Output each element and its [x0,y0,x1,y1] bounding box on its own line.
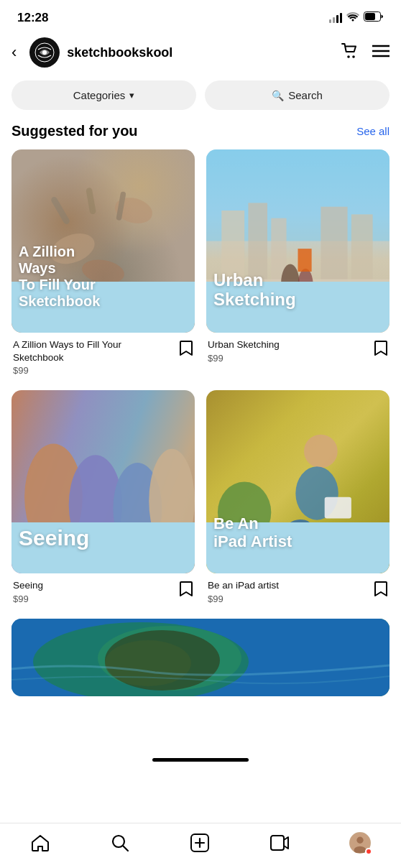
channel-name: sketchbookskool [67,45,333,60]
search-label: Search [288,89,323,101]
svg-rect-13 [86,188,96,215]
search-icon: 🔍 [272,90,284,101]
nav-search[interactable] [110,833,130,853]
see-all-link[interactable]: See all [356,125,390,137]
svg-point-42 [105,640,191,686]
bottom-nav [0,823,401,868]
svg-line-44 [123,846,128,851]
course-card-2[interactable]: UrbanSketching Urban Sketching $99 [206,149,390,379]
menu-icon[interactable] [372,45,390,60]
course-text-3: Seeing $99 [13,579,43,604]
bookmark-button-1[interactable] [179,340,193,360]
course-info-4: Be an iPad artist $99 [206,573,390,607]
back-button[interactable]: ‹ [11,40,22,65]
svg-rect-1 [365,13,375,20]
filter-bar: Categories ▾ 🔍 Search [0,73,401,120]
course-card-1[interactable]: A ZillionWaysTo Fill YourSketchbook A Zi… [11,149,195,379]
course-grid: A ZillionWaysTo Fill YourSketchbook A Zi… [0,149,401,607]
course-name-1: A Zillion Ways to Fill YourSketchbook [13,338,121,364]
header: ‹ sketchbookskool [0,32,401,73]
course-text-2: Urban Sketching $99 [208,338,280,364]
bookmark-button-4[interactable] [374,581,388,601]
svg-point-4 [347,55,350,58]
status-bar: 12:28 [0,0,401,32]
header-actions [341,42,390,63]
course-price-3: $99 [13,594,43,604]
home-indicator [152,758,249,762]
course-price-4: $99 [208,594,279,604]
nav-profile[interactable] [349,832,371,854]
course-text-1: A Zillion Ways to Fill YourSketchbook $9… [13,338,121,376]
channel-avatar[interactable] [29,37,60,68]
search-button[interactable]: 🔍 Search [205,80,390,110]
cart-icon[interactable] [341,42,359,63]
course-price-1: $99 [13,365,121,376]
notification-dot [365,848,372,855]
nav-video[interactable] [269,833,290,853]
svg-rect-24 [298,249,312,272]
svg-rect-48 [271,836,284,850]
course-text-4: Be an iPad artist $99 [208,579,279,604]
bottom-banner[interactable] [11,619,390,696]
course-info-3: Seeing $99 [11,573,195,607]
course-info-1: A Zillion Ways to Fill YourSketchbook $9… [11,333,195,379]
nav-home[interactable] [30,833,50,853]
section-header: Suggested for you See all [0,120,401,149]
course-thumbnail-1: A ZillionWaysTo Fill YourSketchbook [11,149,195,333]
thumbnail-title-4: Be AniPad Artist [213,514,382,551]
bookmark-button-3[interactable] [179,581,193,601]
svg-point-3 [42,50,47,55]
course-thumbnail-2: UrbanSketching [206,149,390,333]
signal-icon [329,13,342,23]
course-name-2: Urban Sketching [208,338,280,351]
categories-button[interactable]: Categories ▾ [11,80,196,110]
thumbnail-title-1: A ZillionWaysTo Fill YourSketchbook [19,244,188,310]
bookmark-button-2[interactable] [374,340,388,360]
svg-rect-12 [50,195,71,225]
course-price-2: $99 [208,353,280,364]
battery-icon [364,11,384,24]
course-info-2: Urban Sketching $99 [206,333,390,366]
thumbnail-title-3: Seeing [19,526,188,551]
svg-point-50 [357,837,364,844]
nav-add[interactable] [190,833,210,853]
status-time: 12:28 [17,11,48,25]
chevron-down-icon: ▾ [129,90,134,101]
status-icons [329,11,384,24]
svg-point-29 [304,435,338,468]
course-name-4: Be an iPad artist [208,579,279,592]
wifi-icon [346,11,359,24]
course-name-3: Seeing [13,579,43,592]
course-thumbnail-3: Seeing [11,390,195,573]
thumbnail-title-2: UrbanSketching [213,270,382,310]
categories-label: Categories [73,89,126,101]
course-card-3[interactable]: Seeing Seeing $99 [11,390,195,607]
course-thumbnail-4: Be AniPad Artist [206,390,390,573]
course-card-4[interactable]: Be AniPad Artist Be an iPad artist $99 [206,390,390,607]
section-title: Suggested for you [11,123,138,139]
svg-point-5 [352,55,355,58]
